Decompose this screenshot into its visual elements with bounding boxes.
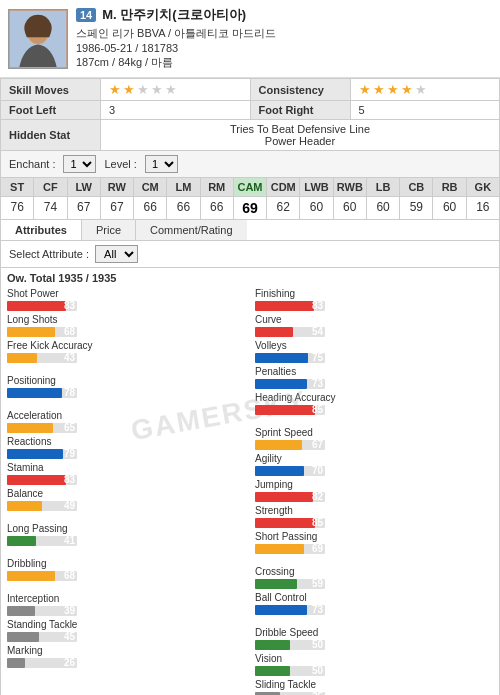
attr-value: 50 [312,666,323,676]
tab-comment-rating[interactable]: Comment/Rating [136,220,247,240]
attr-item: Volleys75 [255,340,493,363]
attr-label: Positioning [7,375,245,387]
stats-table: Skill Moves ★★★★★ Consistency ★★★★★ Foot… [0,78,500,151]
attr-item [7,366,245,372]
position-header-lm: LM [167,178,200,196]
attr-bar-fill: 45 [7,632,39,642]
attr-bar-bg: 68 [7,571,77,581]
attr-bar-fill: 26 [7,658,25,668]
attr-item [7,584,245,590]
foot-left-val: 3 [101,101,251,120]
attr-value: 54 [312,327,323,337]
attr-value: 45 [64,632,75,642]
attr-value: 73 [312,379,323,389]
attr-value: 41 [64,536,75,546]
attr-item: Positioning78 [7,375,245,398]
attr-bar-fill: 69 [255,544,304,554]
attr-label: Stamina [7,462,245,474]
attr-label: Ball Control [255,592,493,604]
attr-select-dropdown[interactable]: All [95,245,138,263]
attr-bar-bg: 43 [7,353,77,363]
player-header: 14 M. 만주키치(크로아티아) 스페인 리가 BBVA / 아틀레티코 마드… [0,0,500,78]
attr-bar-bg: 49 [7,501,77,511]
attr-label: Short Passing [255,531,493,543]
foot-right-label: Foot Right [250,101,350,120]
attr-label: Marking [7,645,245,657]
attr-value: 70 [312,466,323,476]
position-header-cb: CB [400,178,433,196]
level-label: Level : [104,158,136,170]
attr-bar-fill: 59 [255,579,297,589]
attr-item [255,418,493,424]
player-rating: 14 [76,8,96,22]
attr-bar-bg: 50 [255,666,325,676]
attr-bar-bg: 82 [255,492,325,502]
attr-bar-bg: 83 [7,475,77,485]
position-values-row: 767467676666666962606060596016 [0,197,500,220]
enchant-select[interactable]: 123 [63,155,96,173]
attr-label: Dribble Speed [255,627,493,639]
attr-bar-fill: 50 [255,666,290,676]
attr-label: Long Passing [7,523,245,535]
attr-item: Shot Power83 [7,288,245,311]
attr-bar-fill: 73 [255,605,307,615]
position-header-rb: RB [433,178,466,196]
attr-bar-bg: 65 [7,423,77,433]
position-value-cb: 59 [400,197,433,219]
skill-moves-stars: ★★★★★ [101,79,251,101]
attributes-area: Ow. Total 1935 / 1935 Shot Power83Long S… [0,268,500,695]
position-header-rw: RW [101,178,134,196]
attr-bar-fill: 83 [7,301,66,311]
attr-select-row: Select Attribute : All [0,241,500,268]
attr-bar-bg: 85 [255,405,325,415]
attr-item [255,557,493,563]
attr-item: Standing Tackle45 [7,619,245,642]
attr-item: Interception39 [7,593,245,616]
tab-price[interactable]: Price [82,220,136,240]
attr-value: 73 [312,605,323,615]
attr-item: Curve54 [255,314,493,337]
attr-item: Long Shots68 [7,314,245,337]
attr-bar-bg: 39 [7,606,77,616]
attr-item: Short Passing69 [255,531,493,554]
player-name: M. 만주키치(크로아티아) [102,6,246,24]
attr-item: Reactions79 [7,436,245,459]
attr-item [7,514,245,520]
attr-label: Penalties [255,366,493,378]
attr-value: 68 [64,327,75,337]
position-value-cdm: 62 [267,197,300,219]
attr-bar-bg: 68 [7,327,77,337]
attr-bar-fill: 54 [255,327,293,337]
attr-label: Interception [7,593,245,605]
player-info-block: 14 M. 만주키치(크로아티아) 스페인 리가 BBVA / 아틀레티코 마드… [76,6,492,71]
attr-bar-bg: 45 [7,632,77,642]
attr-bar-bg: 73 [255,379,325,389]
attr-item: Strength85 [255,505,493,528]
attr-bar-fill: 41 [7,536,36,546]
attr-label: Agility [255,453,493,465]
attr-bar-bg: 73 [255,605,325,615]
tab-attributes[interactable]: Attributes [1,220,82,240]
position-header-st: ST [1,178,34,196]
level-select[interactable]: 123 [145,155,178,173]
position-value-lm: 66 [167,197,200,219]
attr-bar-fill: 83 [7,475,66,485]
attr-bar-bg: 26 [7,658,77,668]
attr-label: Volleys [255,340,493,352]
attr-label: Strength [255,505,493,517]
attr-value: 79 [64,449,75,459]
attr-item: Heading Accuracy85 [255,392,493,415]
position-header-cf: CF [34,178,67,196]
tabs-row: AttributesPriceComment/Rating [0,220,500,241]
attr-item: Marking26 [7,645,245,668]
attr-select-label: Select Attribute : [9,248,89,260]
consistency-stars: ★★★★★ [350,79,500,101]
attr-label: Jumping [255,479,493,491]
attr-bar-fill: 68 [7,571,55,581]
attr-bar-fill: 85 [255,405,315,415]
position-value-cm: 66 [134,197,167,219]
attr-item: Free Kick Accuracy43 [7,340,245,363]
player-club: 스페인 리가 BBVA / 아틀레티코 마드리드 [76,26,492,41]
attr-bar-bg: 69 [255,544,325,554]
attr-bar-bg: 41 [7,536,77,546]
